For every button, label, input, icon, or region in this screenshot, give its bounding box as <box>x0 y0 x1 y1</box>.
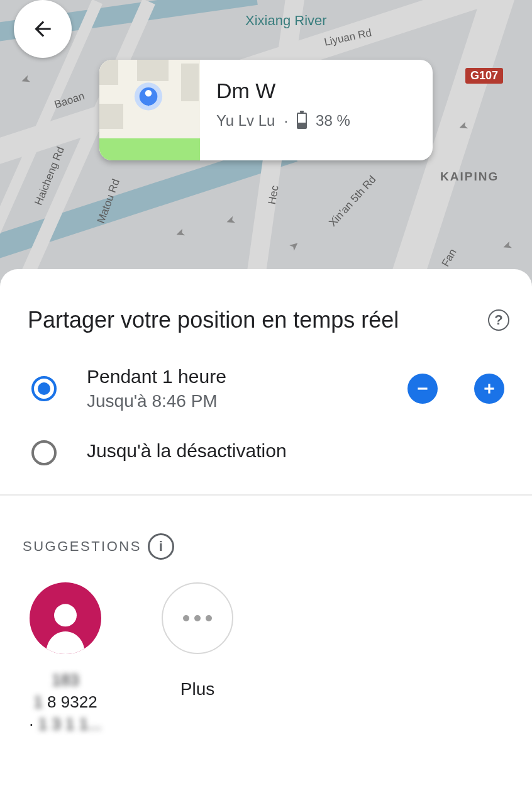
radio-selected-icon[interactable] <box>31 376 57 401</box>
svg-point-6 <box>54 604 77 626</box>
contact-number-line2: 1 8 9322 <box>33 692 97 711</box>
radio-unselected-icon[interactable] <box>31 440 57 465</box>
sheet-title: Partager votre position en temps réel <box>28 307 399 333</box>
help-icon[interactable]: ? <box>488 309 509 331</box>
more-label: Plus <box>160 679 235 699</box>
avatar-icon <box>30 582 101 654</box>
battery-icon <box>297 113 307 129</box>
ellipsis-icon <box>183 615 212 621</box>
card-map-thumbnail <box>99 60 200 160</box>
battery-percent: 38 % <box>316 112 350 130</box>
contact-name: Dm W <box>216 79 418 103</box>
info-icon[interactable]: i <box>148 533 174 560</box>
svg-rect-3 <box>418 387 427 389</box>
suggestion-contact[interactable]: 183 1 8 9322 · 1 3 1 1... <box>28 582 103 735</box>
svg-point-2 <box>145 90 152 96</box>
option2-title: Jusqu'à la désactivation <box>87 440 504 462</box>
bottom-sheet: Partager votre position en temps réel ? … <box>0 269 532 735</box>
divider <box>0 494 532 496</box>
minus-icon <box>414 380 431 397</box>
highway-shield: G107 <box>465 68 503 84</box>
option1-title: Pendant 1 heure <box>87 366 407 387</box>
river-label: Xixiang River <box>245 13 327 29</box>
map-background[interactable]: Xixiang River Liyuan Rd Baoan Haicheng R… <box>0 0 532 289</box>
option1-subtitle: Jusqu'à 8:46 PM <box>87 391 407 411</box>
location-pin-icon <box>132 82 165 114</box>
location-info-card[interactable]: Dm W Yu Lv Lu · 38 % <box>99 60 433 160</box>
option-1-hour[interactable]: Pendant 1 heure Jusqu'à 8:46 PM <box>0 366 532 411</box>
back-button[interactable] <box>14 0 72 58</box>
decrease-time-button[interactable] <box>407 374 438 404</box>
contact-number-line1: 183 <box>52 670 79 689</box>
district-label: KAIPING <box>440 170 499 184</box>
contact-location: Yu Lv Lu <box>216 112 275 130</box>
option-until-off[interactable]: Jusqu'à la désactivation <box>0 440 532 465</box>
more-button[interactable]: Plus <box>160 582 235 735</box>
svg-rect-5 <box>488 384 490 393</box>
suggestions-label: SUGGESTIONS <box>23 538 141 555</box>
increase-time-button[interactable] <box>474 374 504 404</box>
contact-number-line3: · 1 3 1 1... <box>29 714 102 733</box>
separator-dot: · <box>284 112 288 130</box>
more-circle-icon <box>162 582 233 654</box>
arrow-left-icon <box>31 17 55 41</box>
plus-icon <box>481 380 497 397</box>
